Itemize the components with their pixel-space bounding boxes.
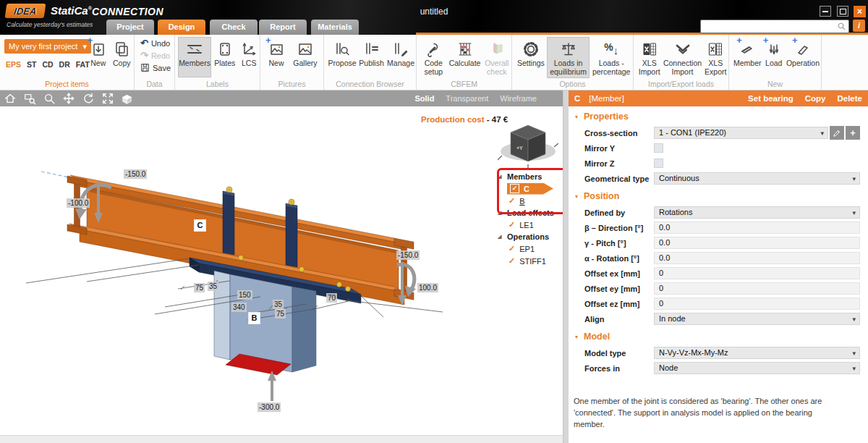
3d-viewport[interactable]: +Y Production cost - 47 € -150.0 -100.0 … [0,106,563,443]
new-operation-button[interactable]: + Operation [785,37,821,77]
panel-splitter[interactable] [563,90,569,443]
gallery-button[interactable]: Gallery [289,37,321,77]
maximize-button[interactable] [837,6,848,17]
minimize-button[interactable] [820,6,831,17]
close-button[interactable]: × [854,6,866,17]
tab-report[interactable]: Report [259,20,307,35]
zoom-fit-button[interactable] [98,90,117,106]
solid-view-icon[interactable] [117,90,137,106]
chip-dr[interactable]: DR [59,60,70,69]
tree-section-operations[interactable]: ◢ Operations [498,231,563,242]
section-position[interactable]: ▾ Position [569,186,868,205]
section-properties[interactable]: ▾ Properties [569,106,868,125]
defined-by-dropdown[interactable]: Rotations ▾ [654,206,860,219]
rotate-view-button[interactable] [78,90,98,106]
loads-percentage-button[interactable]: %↓ Loads - percentage [590,37,633,78]
chevron-down-icon: ▾ [852,208,856,219]
home-view-button[interactable] [0,90,20,106]
selected-item-highlight: ✓ C [507,183,553,195]
section-model[interactable]: ▾ Model [569,326,868,345]
alpha-rotation-input[interactable]: 0.0 [654,252,860,264]
edit-cross-section-button[interactable] [830,126,844,140]
tree-item-ep1[interactable]: ✓ EP1 [498,242,563,255]
new-load-button[interactable]: + Load [763,37,785,77]
delete-member-button[interactable]: Delete [837,94,862,103]
propose-button[interactable]: Propose [327,37,357,77]
redo-button[interactable]: ↷Redo [140,50,174,61]
offset-ey-input[interactable]: 0 [654,282,860,295]
check-icon[interactable]: ✓ [509,196,515,206]
tree-item-stiff1[interactable]: ✓ STIFF1 [498,255,563,267]
labels-members-button[interactable]: Members [178,37,211,77]
check-icon[interactable]: ✓ [509,256,515,266]
zoom-button[interactable] [39,90,59,106]
undo-button[interactable]: ↶Undo [140,38,174,48]
expander-icon[interactable]: ◢ [498,210,503,216]
tab-check[interactable]: Check [210,20,258,35]
set-bearing-button[interactable]: Set bearing [748,94,793,103]
chip-st[interactable]: ST [27,60,36,69]
offset-ex-input[interactable]: 0 [654,267,860,279]
chip-cd[interactable]: CD [42,60,53,69]
xls-import-button[interactable]: XLS Import [637,37,663,78]
checkbox-checked-icon[interactable]: ✓ [510,184,519,193]
tree-item-le1[interactable]: ✓ LE1 [498,219,563,231]
search-box[interactable] [700,20,849,33]
new-member-button[interactable]: + Member [732,37,763,77]
3d-scene[interactable] [0,106,563,443]
group-label: Connection Browser [324,80,416,88]
settings-button[interactable]: Settings [515,37,547,77]
labels-plates-button[interactable]: Plates [211,37,238,77]
check-icon[interactable]: ✓ [509,220,515,229]
tab-materials[interactable]: Materials [311,20,359,35]
gallery-label: Gallery [293,59,317,68]
cross-section-dropdown[interactable]: 1 - CON1 (IPE220) ▾ [654,127,828,139]
view-mode-transparent[interactable]: Transparent [446,94,488,103]
copy-project-button[interactable]: Copy [110,37,134,77]
expander-icon[interactable]: ◢ [498,174,503,180]
tree-item-c[interactable]: ✓ C [498,182,563,195]
chip-eps[interactable]: EPS [6,60,21,69]
code-setup-button[interactable]: Code setup [420,37,448,78]
gamma-pitch-input[interactable]: 0.0 [654,237,860,249]
model-type-dropdown[interactable]: N-Vy-Vz-Mx-My-Mz ▾ [654,347,860,359]
navigation-cube[interactable]: +Y [498,119,558,172]
publish-button[interactable]: Publish [357,37,386,77]
geometrical-type-dropdown[interactable]: Continuous ▾ [654,172,860,185]
tree-item-b[interactable]: ✓ B [498,195,563,207]
manage-button[interactable]: Manage [386,37,416,77]
tree-section-members[interactable]: ◢ Members [498,171,563,182]
view-mode-wireframe[interactable]: Wireframe [500,94,537,103]
new-project-button[interactable]: + New [87,37,110,77]
calculate-button[interactable]: Calculate [448,37,482,77]
dimension-label: 150 [237,290,252,300]
copy-member-button[interactable]: Copy [805,94,826,103]
tab-project[interactable]: Project [106,20,154,35]
tab-design[interactable]: Design [158,20,205,35]
connection-import-button[interactable]: Connection Import [663,37,703,78]
save-button[interactable]: Save [140,62,174,73]
expander-icon[interactable]: ◢ [498,234,503,240]
mirror-z-checkbox[interactable] [654,159,663,168]
forces-in-dropdown[interactable]: Node ▾ [654,362,860,374]
project-selector[interactable]: My very first project ▾ [4,39,91,54]
view-mode-solid[interactable]: Solid [414,94,434,103]
labels-lcs-button[interactable]: LCS [238,37,260,77]
mirror-y-checkbox[interactable] [654,143,663,153]
member-label-b[interactable]: B [249,313,260,324]
loads-in-equilibrium-button[interactable]: Loads in equilibrium [547,37,590,78]
picture-new-button[interactable]: + New [263,37,289,77]
field-label: Geometrical type [584,174,654,183]
member-label-c[interactable]: C [195,220,205,231]
pan-button[interactable] [59,90,78,106]
tree-section-load-effects[interactable]: ◢ Load effects [498,207,563,219]
beta-direction-input[interactable]: 0.0 [654,222,860,234]
align-dropdown[interactable]: In node ▾ [654,313,860,325]
search-input[interactable] [704,21,837,32]
add-cross-section-button[interactable]: + [846,126,860,140]
info-button[interactable]: i [853,20,865,32]
xls-export-button[interactable]: XLS Export [703,37,729,78]
zoom-window-button[interactable] [20,90,39,106]
offset-ez-input[interactable]: 0 [654,298,860,310]
check-icon[interactable]: ✓ [509,244,515,253]
